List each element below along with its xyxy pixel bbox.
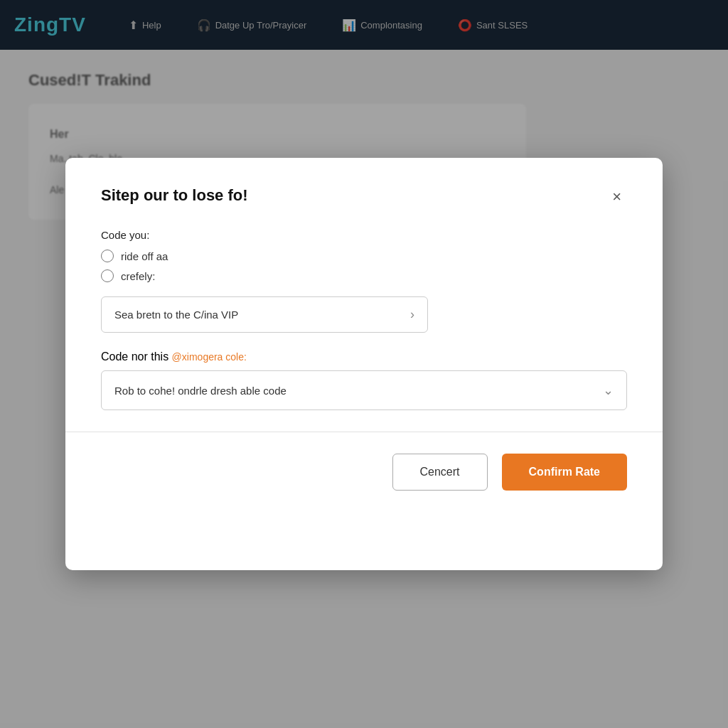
radio-option-ride-off[interactable]: ride off aa <box>101 250 627 262</box>
radio-ride-off-input[interactable] <box>101 250 114 262</box>
radio-crefely-input[interactable] <box>101 269 114 282</box>
radio-group: ride off aa crefely: <box>101 250 627 282</box>
modal-close-button[interactable]: × <box>606 186 627 208</box>
dropdown-placeholder: Rob to cohe! ondrle dresh able code <box>114 385 287 397</box>
modal-overlay: Sitep our to lose fo! × Code you: ride o… <box>0 0 728 728</box>
radio-crefely-label: crefely: <box>121 270 155 282</box>
modal-title: Sitep our to lose fo! <box>101 186 248 205</box>
secondary-label: Code nor this <box>101 350 172 363</box>
radio-ride-off-label: ride off aa <box>121 250 168 262</box>
modal-footer: Cencert Confirm Rate <box>101 454 627 491</box>
cancel-button[interactable]: Cencert <box>392 454 488 491</box>
dropdown-full[interactable]: Rob to cohe! ondrle dresh able code ⌄ <box>101 370 627 410</box>
select-box[interactable]: Sea bretn to the C/ina VIP › <box>101 296 428 333</box>
dropdown-arrow-icon: ⌄ <box>603 382 614 398</box>
code-label: Code you: <box>101 229 627 241</box>
confirm-rate-button[interactable]: Confirm Rate <box>502 454 627 491</box>
radio-option-crefely[interactable]: crefely: <box>101 269 627 282</box>
select-arrow-icon: › <box>410 307 414 322</box>
code-section: Code you: ride off aa crefely: Sea bretn… <box>101 229 627 333</box>
secondary-section: Code nor this @ximogera cole: Rob to coh… <box>101 350 627 410</box>
modal-dialog: Sitep our to lose fo! × Code you: ride o… <box>65 158 663 570</box>
modal-header: Sitep our to lose fo! × <box>101 186 627 208</box>
link-label[interactable]: @ximogera cole: <box>172 351 247 363</box>
modal-divider <box>65 432 663 432</box>
select-placeholder: Sea bretn to the C/ina VIP <box>114 309 238 321</box>
